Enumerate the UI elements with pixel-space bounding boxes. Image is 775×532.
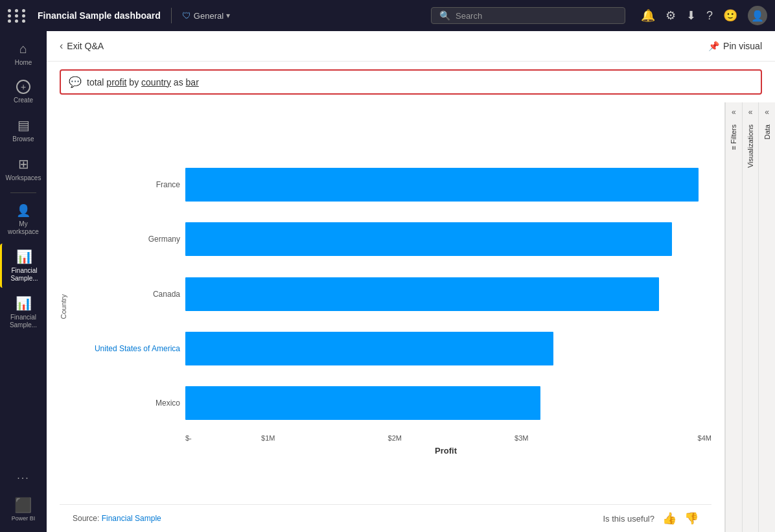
nav-icon-group: 🔔 ⚙ ⬇ ? 🙂 👤	[641, 6, 767, 25]
bar-track-germany	[185, 222, 711, 256]
qa-profit-underline: profit	[106, 77, 126, 87]
footer: Source: Financial Sample Is this useful?…	[60, 504, 711, 532]
x-axis-label: Profit	[70, 446, 711, 456]
bar-row-mexico: Mexico	[76, 376, 711, 430]
useful-text: Is this useful?	[603, 514, 655, 524]
bar-label-mexico: Mexico	[76, 399, 180, 408]
chart-wrapper: Country France	[60, 109, 711, 504]
data-chevron-icon: «	[765, 108, 769, 117]
content-area: ‹ Exit Q&A 📌 Pin visual 💬 total profit b…	[47, 31, 775, 532]
filters-label: ≡ Filters	[730, 124, 737, 150]
bar-track-mexico	[185, 386, 711, 420]
data-panel[interactable]: « Data	[758, 102, 775, 532]
filters-panel[interactable]: « ≡ Filters	[725, 102, 742, 532]
qa-input-box[interactable]: 💬 total profit by country as bar	[60, 69, 762, 95]
bar-row-france: France	[76, 157, 711, 212]
financial-sample-icon-1: 📊	[16, 249, 32, 264]
data-label: Data	[763, 124, 771, 139]
sidebar-financial-1-label: Financial Sample...	[5, 267, 44, 283]
home-icon: ⌂	[19, 41, 27, 56]
user-avatar[interactable]: 👤	[748, 6, 767, 25]
sidebar-item-financial-sample-1[interactable]: 📊 Financial Sample...	[0, 244, 47, 288]
create-icon: +	[16, 80, 30, 94]
bar-row-canada: Canada	[76, 266, 711, 321]
y-axis-label: Country	[60, 294, 67, 319]
help-icon[interactable]: ?	[706, 9, 713, 23]
search-box[interactable]: 🔍	[431, 7, 625, 24]
settings-icon[interactable]: ⚙	[665, 8, 676, 23]
search-input[interactable]	[456, 11, 617, 21]
x-tick-0: $-	[185, 434, 205, 442]
bar-label-germany: Germany	[76, 235, 180, 244]
qa-bar-underline: bar	[186, 77, 199, 87]
powerbi-icon: ⬛	[14, 497, 32, 514]
shield-icon: 🛡	[182, 10, 191, 21]
search-icon: 🔍	[439, 10, 450, 21]
bar-track-france	[185, 168, 711, 202]
x-tick-1: $1M	[205, 434, 332, 442]
sidebar-browse-label: Browse	[12, 135, 34, 143]
notification-icon[interactable]: 🔔	[641, 8, 655, 23]
bar-label-france: France	[76, 180, 180, 189]
more-icon: ···	[17, 472, 29, 484]
x-tick-3: $3M	[458, 434, 585, 442]
bar-label-usa: United States of America	[76, 344, 180, 353]
qa-input-row: 💬 total profit by country as bar	[47, 62, 775, 102]
sidebar-item-my-workspace[interactable]: 👤 Myworkspace	[0, 198, 47, 241]
visualizations-chevron-icon: «	[748, 108, 753, 117]
download-icon[interactable]: ⬇	[686, 8, 696, 23]
qa-comment-icon: 💬	[69, 76, 82, 88]
top-navigation: Financial Sample dashboard 🛡 General ▾ 🔍…	[0, 0, 775, 31]
filters-chevron-icon: «	[732, 108, 736, 117]
bar-fill-germany	[185, 222, 672, 256]
exit-qa-button[interactable]: ‹ Exit Q&A	[60, 40, 104, 52]
bar-fill-canada	[185, 277, 659, 311]
bar-row-usa: United States of America	[76, 321, 711, 376]
chevron-down-icon[interactable]: ▾	[226, 11, 230, 20]
bar-fill-france	[185, 168, 699, 202]
sidebar-separator	[10, 192, 36, 193]
chart-container: Country France	[47, 102, 724, 532]
x-tick-4: $4M	[585, 434, 712, 442]
bar-fill-mexico	[185, 386, 540, 420]
app-grid-icon[interactable]	[8, 9, 27, 23]
footer-right: Is this useful? 👍 👎	[603, 511, 699, 526]
source-link[interactable]: Financial Sample	[102, 514, 161, 523]
sidebar-create-label: Create	[14, 97, 33, 104]
pin-visual-button[interactable]: 📌 Pin visual	[708, 41, 762, 51]
exit-qa-label: Exit Q&A	[67, 41, 104, 51]
qa-query-text: total profit by country as bar	[87, 77, 199, 87]
thumbs-down-icon[interactable]: 👎	[684, 511, 699, 526]
bar-fill-usa	[185, 332, 553, 365]
visualizations-panel[interactable]: « Visualizations	[742, 102, 759, 532]
sidebar-home-label: Home	[15, 59, 32, 67]
feedback-smiley-icon[interactable]: 🙂	[723, 8, 737, 23]
thumbs-up-icon[interactable]: 👍	[662, 511, 677, 526]
pin-icon: 📌	[708, 41, 719, 51]
bar-track-usa	[185, 332, 711, 365]
workspace-label: General	[194, 11, 224, 21]
browse-icon: ▤	[17, 117, 30, 133]
bars-inner: France Germany	[70, 157, 711, 430]
app-title: Financial Sample dashboard	[38, 10, 161, 21]
sidebar-my-workspace-label: Myworkspace	[8, 220, 39, 236]
sidebar-item-workspaces[interactable]: ⊞ Workspaces	[0, 151, 47, 187]
bars-section: France Germany	[70, 157, 711, 456]
sidebar-item-browse[interactable]: ▤ Browse	[0, 112, 47, 148]
back-arrow-icon: ‹	[60, 40, 63, 52]
qa-country-underline: country	[141, 77, 171, 87]
powerbi-label: Power BI	[12, 515, 36, 522]
sidebar-item-create[interactable]: + Create	[0, 75, 47, 110]
powerbi-logo: ⬛ Power BI	[6, 492, 41, 527]
sidebar-item-home[interactable]: ⌂ Home	[0, 36, 47, 72]
right-panels: « ≡ Filters « Visualizations « Data	[724, 102, 775, 532]
sidebar-workspaces-label: Workspaces	[6, 174, 41, 182]
chart-and-panels: Country France	[47, 102, 775, 532]
bar-label-canada: Canada	[76, 290, 180, 299]
sidebar-item-financial-sample-2[interactable]: 📊 Financial Sample...	[0, 290, 47, 334]
sidebar-item-more[interactable]: ···	[0, 467, 47, 489]
sidebar-financial-2-label: Financial Sample...	[3, 314, 44, 329]
visualizations-label: Visualizations	[746, 124, 754, 168]
financial-sample-icon-2: 📊	[16, 295, 32, 311]
sidebar: ⌂ Home + Create ▤ Browse ⊞ Workspaces 👤 …	[0, 31, 47, 532]
